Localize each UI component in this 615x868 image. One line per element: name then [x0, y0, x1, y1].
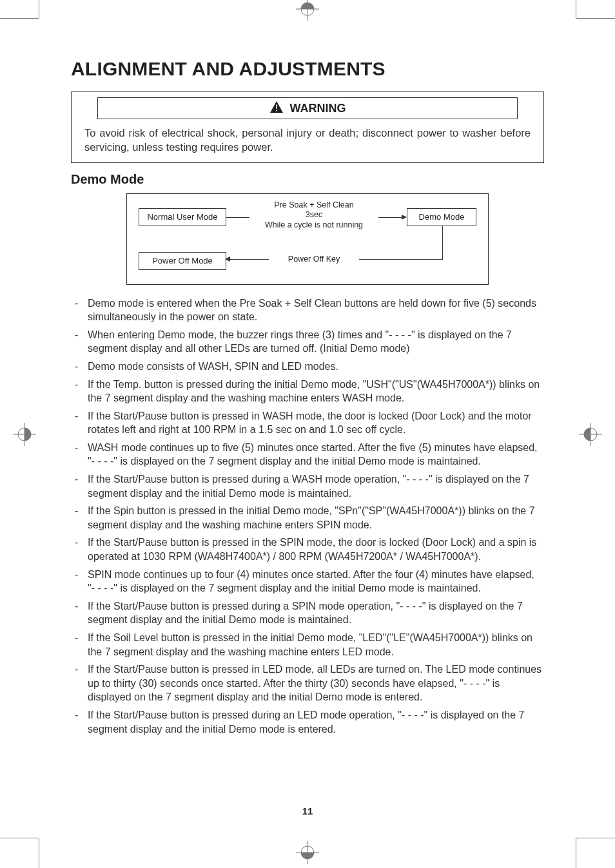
registration-mark-icon	[295, 0, 320, 22]
box-demo-mode: Demo Mode	[407, 208, 476, 226]
section-heading: Demo Mode	[71, 172, 544, 187]
bullet-list: Demo mode is entered when the Pre Soak +…	[71, 296, 544, 737]
diagram-top-label: Pre Soak + Self Clean 3sec While a cycle…	[249, 200, 378, 231]
crop-mark	[576, 838, 576, 868]
arrow-line	[230, 259, 269, 260]
list-item: When entering Demo mode, the buzzer ring…	[71, 328, 544, 356]
diagram-top-label-l1: Pre Soak + Self Clean	[274, 200, 353, 209]
crop-mark	[576, 0, 576, 18]
arrow-right-icon	[402, 215, 407, 220]
crop-mark	[0, 18, 39, 19]
list-item: If the Start/Pause button is pressed in …	[71, 535, 544, 563]
box-power-off-mode: Power Off Mode	[139, 252, 226, 270]
crop-mark	[0, 838, 39, 838]
arrow-line	[359, 259, 443, 260]
warning-body: To avoid risk of electrical shock, perso…	[72, 123, 543, 162]
arrow-line	[378, 217, 402, 218]
crop-mark	[39, 0, 39, 18]
box-normal-user-mode: Normal User Mode	[139, 208, 226, 226]
arrow-line	[226, 217, 249, 218]
list-item: SPIN mode continues up to four (4) minut…	[71, 568, 544, 595]
list-item: If the Start/Pause button is pressed in …	[71, 662, 544, 704]
list-item: WASH mode continues up to five (5) minut…	[71, 441, 544, 468]
diagram-top-label-l2: 3sec	[306, 210, 322, 219]
diagram-container: Normal User Mode Demo Mode Power Off Mod…	[71, 193, 544, 285]
registration-mark-icon	[578, 421, 603, 447]
list-item: If the Temp. button is pressed during th…	[71, 378, 544, 405]
content-area: ALIGNMENT AND ADJUSTMENTS WARNING To avo…	[71, 58, 544, 740]
mode-diagram: Normal User Mode Demo Mode Power Off Mod…	[126, 193, 489, 285]
list-item: If the Start/Pause button is pressed dur…	[71, 472, 544, 500]
page: ALIGNMENT AND ADJUSTMENTS WARNING To avo…	[0, 0, 615, 868]
warning-header: WARNING	[97, 97, 518, 119]
list-item: Demo mode consists of WASH, SPIN and LED…	[71, 360, 544, 374]
list-item: If the Start/Pause button is pressed dur…	[71, 708, 544, 736]
svg-rect-12	[276, 104, 277, 108]
svg-rect-13	[276, 110, 277, 111]
registration-mark-icon	[295, 840, 320, 865]
warning-box: WARNING To avoid risk of electrical shoc…	[71, 92, 544, 163]
list-item: If the Start/Pause button is pressed in …	[71, 409, 544, 437]
page-number: 11	[0, 805, 615, 816]
list-item: If the Start/Pause button is pressed dur…	[71, 599, 544, 627]
registration-mark-icon	[12, 421, 37, 447]
page-title: ALIGNMENT AND ADJUSTMENTS	[71, 58, 544, 80]
list-item: If the Soil Level button is pressed in t…	[71, 631, 544, 659]
warning-label: WARNING	[290, 102, 346, 115]
crop-mark	[576, 838, 615, 838]
diagram-bottom-label: Power Off Key	[269, 255, 359, 265]
list-item: If the Spin button is pressed in the ini…	[71, 504, 544, 532]
crop-mark	[576, 18, 615, 19]
list-item: Demo mode is entered when the Pre Soak +…	[71, 296, 544, 324]
arrow-left-icon	[225, 256, 230, 262]
diagram-top-label-l3: While a cycle is not running	[265, 220, 363, 229]
warning-triangle-icon	[269, 101, 284, 116]
crop-mark	[39, 838, 39, 868]
arrow-line	[442, 226, 443, 260]
